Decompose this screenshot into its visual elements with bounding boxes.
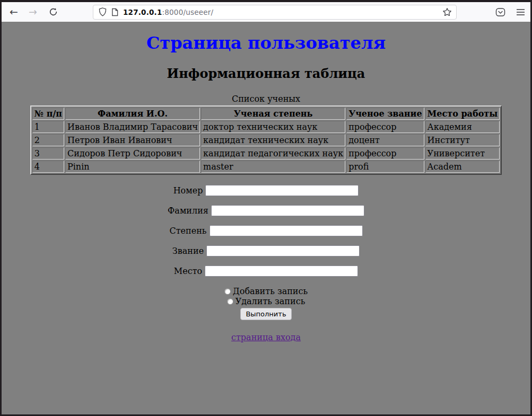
url-bar[interactable]: 127.0.0.1:8000/useeer/ <box>93 5 457 20</box>
table-cell: 1 <box>32 121 64 133</box>
form-row-degree: Степень <box>2 225 530 236</box>
delete-record-label: Удалить запись <box>236 296 306 306</box>
browser-window: ← → 127.0.0.1:8000/useeer/ <box>0 0 532 416</box>
execute-button[interactable]: Выполнить <box>240 308 291 320</box>
table-cell: master <box>201 161 345 173</box>
form-row-number: Номер <box>2 185 530 196</box>
degree-label: Степень <box>169 226 206 236</box>
toolbar-right-icons <box>495 7 530 17</box>
shield-icon[interactable] <box>99 7 107 16</box>
table-cell: кандидат технических наук <box>201 134 345 146</box>
button-row: Выполнить <box>2 308 530 320</box>
table-cell: доцент <box>346 134 424 146</box>
menu-icon[interactable] <box>516 8 525 16</box>
number-input[interactable] <box>205 185 359 196</box>
pocket-icon[interactable] <box>495 7 505 17</box>
table-row: 3Сидоров Петр Сидоровичкандидат педагоги… <box>32 147 500 160</box>
url-text[interactable]: 127.0.0.1:8000/useeer/ <box>123 8 213 16</box>
table-cell: Academ <box>425 161 500 173</box>
table-cell: Петров Иван Иванович <box>65 134 200 146</box>
table-cell: профессор <box>346 147 424 160</box>
table-cell: доктор технических наук <box>201 121 345 133</box>
table-header-row: № п/пФамилия И.О.Ученая степеньУченое зв… <box>32 108 500 120</box>
table-cell: профессор <box>346 121 424 133</box>
table-caption: Список ученых <box>30 94 502 105</box>
table-body: 1Иванов Владимир Тарасовичдоктор техниче… <box>32 121 500 173</box>
url-host: 127.0.0.1 <box>123 8 162 16</box>
column-header: Фамилия И.О. <box>65 108 200 120</box>
form-row-place: Место <box>2 265 530 277</box>
action-radio-group: Добавить запись Удалить запись <box>2 286 530 306</box>
bookmark-star-icon[interactable] <box>442 7 452 17</box>
table-cell: 3 <box>32 147 64 160</box>
login-page-link[interactable]: страница входа <box>231 332 301 342</box>
table-row: 4PininmasterprofiAcadem <box>32 161 500 173</box>
form-row-title: Звание <box>2 245 530 256</box>
scientists-table: Список ученых № п/пФамилия И.О.Ученая ст… <box>30 94 502 175</box>
radio-row-add: Добавить запись <box>2 286 530 296</box>
table-cell: Академия <box>425 121 500 133</box>
table-cell: 2 <box>32 134 64 146</box>
delete-record-radio[interactable] <box>227 298 233 305</box>
page-subtitle: Информационная таблица <box>2 66 530 81</box>
degree-input[interactable] <box>210 225 363 236</box>
browser-toolbar: ← → 127.0.0.1:8000/useeer/ <box>2 2 530 22</box>
table-cell: Сидоров Петр Сидорович <box>65 147 200 160</box>
table-cell: Иванов Владимир Тарасович <box>65 121 200 133</box>
table-cell: кандидат педагогических наук <box>201 147 345 160</box>
number-label: Номер <box>173 185 203 196</box>
table-cell: Университет <box>425 147 500 160</box>
table-cell: profi <box>346 161 424 173</box>
table-row: 2Петров Иван Ивановичкандидат технически… <box>32 134 500 146</box>
add-record-radio[interactable] <box>224 288 231 295</box>
page-title: Страница пользователя <box>2 33 530 53</box>
table-cell: 4 <box>32 161 64 173</box>
forward-icon: → <box>28 6 38 19</box>
add-record-label: Добавить запись <box>233 286 308 296</box>
title-input[interactable] <box>206 245 360 256</box>
column-header: № п/п <box>32 108 64 120</box>
column-header: Ученое звание <box>346 108 424 120</box>
surname-label: Фамилия <box>168 206 208 216</box>
reload-icon[interactable] <box>48 6 58 19</box>
back-icon[interactable]: ← <box>9 6 19 19</box>
radio-row-delete: Удалить запись <box>2 296 530 306</box>
surname-input[interactable] <box>211 205 364 216</box>
title-label: Звание <box>172 246 204 256</box>
column-header: Место работы <box>425 108 500 120</box>
table-cell: Pinin <box>65 161 200 173</box>
link-row: страница входа <box>2 332 530 342</box>
column-header: Ученая степень <box>201 108 345 120</box>
form-row-surname: Фамилия <box>2 205 530 216</box>
page-info-icon[interactable] <box>111 8 118 16</box>
table-cell: Институт <box>425 134 500 146</box>
page-content: Страница пользователя Информационная таб… <box>2 22 530 414</box>
table-row: 1Иванов Владимир Тарасовичдоктор техниче… <box>32 121 500 133</box>
place-input[interactable] <box>205 265 358 277</box>
url-path: :8000/useeer/ <box>162 8 214 16</box>
place-label: Место <box>174 266 202 276</box>
